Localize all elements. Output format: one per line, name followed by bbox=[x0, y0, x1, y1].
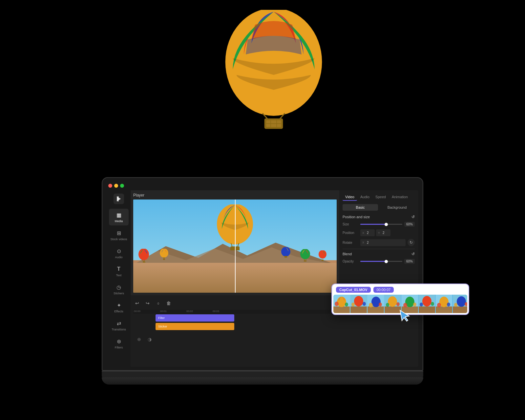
timeline-left-controls: ⊕ ◑ bbox=[133, 314, 156, 364]
svg-rect-63 bbox=[436, 306, 452, 313]
track-sticker[interactable]: Sticker bbox=[156, 323, 234, 330]
laptop-screen: ▦ Media ⊞ Stock videos ⊙ Audio T Text bbox=[102, 177, 423, 371]
sidebar-item-filters[interactable]: ⊛ Filters bbox=[109, 335, 129, 352]
svg-rect-23 bbox=[163, 259, 165, 260]
sidebar-label-audio: Audio bbox=[115, 256, 122, 259]
sidebar-item-effects[interactable]: ✦ Effects bbox=[109, 299, 129, 316]
undo-button[interactable]: ↩ bbox=[133, 299, 141, 307]
split-button[interactable]: ⌽ bbox=[154, 299, 162, 307]
position-row: Position X Y bbox=[343, 229, 415, 236]
opacity-row: Opacity 60% bbox=[343, 259, 415, 264]
filmstrip-frame-3 bbox=[368, 295, 384, 313]
size-slider[interactable] bbox=[360, 224, 402, 225]
divider-1 bbox=[343, 249, 415, 249]
timeline-track-area: Filter Sticker bbox=[156, 314, 415, 364]
properties-panel: Video Audio Speed Animation Basic Backgr… bbox=[339, 190, 418, 295]
svg-point-40 bbox=[351, 303, 355, 306]
player-video bbox=[133, 200, 337, 293]
svg-point-60 bbox=[420, 303, 423, 306]
rotate-button[interactable]: ↻ bbox=[408, 239, 415, 246]
svg-point-36 bbox=[345, 303, 348, 306]
sidebar-label-effects: Effects bbox=[114, 310, 123, 313]
track-filter[interactable]: Filter bbox=[156, 314, 234, 322]
opacity-slider-fill bbox=[360, 261, 386, 262]
size-row: Size 60% bbox=[343, 222, 415, 227]
transitions-icon: ⇄ bbox=[115, 320, 122, 327]
svg-point-70 bbox=[454, 303, 457, 307]
filmstrip-frame-2 bbox=[350, 295, 367, 313]
playhead[interactable] bbox=[235, 200, 236, 293]
sidebar-item-media[interactable]: ▦ Media bbox=[109, 209, 129, 225]
sidebar-label-media: Media bbox=[115, 220, 123, 223]
position-size-title: Position and size ↺ bbox=[343, 215, 415, 219]
properties-subtabs: Basic Background bbox=[343, 204, 415, 211]
svg-rect-68 bbox=[453, 306, 467, 313]
sidebar-label-stock-videos: Stock videos bbox=[110, 238, 127, 241]
player-section: Player bbox=[131, 190, 339, 295]
svg-point-24 bbox=[300, 249, 310, 259]
text-icon: T bbox=[115, 265, 122, 273]
timeline-add-media[interactable]: ⊕ bbox=[135, 335, 144, 344]
filmstrip-frame-1 bbox=[333, 295, 350, 313]
timeline-layer[interactable]: ◑ bbox=[145, 335, 154, 344]
tab-audio[interactable]: Audio bbox=[358, 194, 372, 201]
rotate-x-group: X bbox=[360, 239, 406, 246]
redo-button[interactable]: ↪ bbox=[144, 299, 152, 307]
svg-point-34 bbox=[337, 297, 346, 307]
svg-point-49 bbox=[388, 296, 397, 307]
blend-title: Blend ↺ bbox=[343, 252, 415, 256]
svg-rect-38 bbox=[350, 306, 367, 313]
position-x-input[interactable] bbox=[365, 230, 373, 236]
svg-point-59 bbox=[422, 296, 431, 306]
sidebar-item-stickers[interactable]: ◷ Stickers bbox=[109, 281, 129, 298]
svg-point-55 bbox=[403, 303, 407, 307]
position-size-reset[interactable]: ↺ bbox=[411, 215, 415, 219]
rotate-row: Rotate X ↻ bbox=[343, 239, 415, 246]
minimize-button[interactable] bbox=[114, 184, 118, 188]
filters-icon: ⊛ bbox=[115, 338, 122, 345]
media-icon: ▦ bbox=[115, 211, 122, 219]
subtab-background[interactable]: Background bbox=[379, 204, 415, 211]
sidebar-item-stock-videos[interactable]: ⊞ Stock videos bbox=[109, 227, 129, 243]
svg-rect-19 bbox=[143, 262, 145, 262]
subtab-basic[interactable]: Basic bbox=[343, 204, 378, 211]
sidebar-item-transitions[interactable]: ⇄ Transitions bbox=[109, 317, 129, 334]
tab-video[interactable]: Video bbox=[343, 194, 357, 201]
svg-rect-58 bbox=[419, 306, 435, 313]
sidebar-item-text[interactable]: T Text bbox=[109, 263, 129, 280]
sidebar-item-audio[interactable]: ⊙ Audio bbox=[109, 245, 129, 262]
svg-rect-33 bbox=[333, 306, 350, 313]
svg-point-35 bbox=[335, 302, 339, 306]
svg-rect-27 bbox=[304, 261, 306, 262]
svg-rect-31 bbox=[284, 256, 287, 258]
timestamp-2: 00:02 bbox=[186, 310, 193, 313]
laptop-base bbox=[102, 377, 423, 385]
svg-point-45 bbox=[369, 303, 373, 307]
svg-point-65 bbox=[437, 303, 441, 307]
sidebar-label-text: Text bbox=[116, 274, 122, 277]
app-container: ▦ Media ⊞ Stock videos ⊙ Audio T Text bbox=[107, 190, 418, 367]
small-balloon-2 bbox=[159, 249, 169, 259]
delete-button[interactable]: 🗑 bbox=[165, 299, 173, 307]
maximize-button[interactable] bbox=[120, 184, 124, 188]
blend-reset[interactable]: ↺ bbox=[411, 252, 415, 256]
svg-point-41 bbox=[363, 302, 366, 306]
main-content: Player bbox=[131, 190, 418, 367]
size-slider-fill bbox=[360, 224, 386, 225]
sidebar-label-filters: Filters bbox=[115, 346, 123, 349]
filmstrip-frame-7 bbox=[436, 295, 452, 313]
rotate-x-input[interactable] bbox=[365, 240, 404, 245]
timestamp-0: 00:00 bbox=[134, 310, 140, 313]
close-button[interactable] bbox=[108, 184, 112, 188]
tab-animation[interactable]: Animation bbox=[389, 194, 410, 201]
sidebar: ▦ Media ⊞ Stock videos ⊙ Audio T Text bbox=[107, 190, 131, 367]
position-y-input[interactable] bbox=[381, 230, 388, 236]
tab-speed[interactable]: Speed bbox=[373, 194, 388, 201]
opacity-slider[interactable] bbox=[360, 261, 402, 262]
timeline-main: ⊕ ◑ Filter Sticker bbox=[133, 314, 415, 364]
svg-point-28 bbox=[319, 250, 326, 259]
svg-point-69 bbox=[457, 296, 466, 307]
player-title: Player bbox=[133, 193, 337, 198]
properties-tabs: Video Audio Speed Animation bbox=[343, 194, 415, 201]
sidebar-label-stickers: Stickers bbox=[114, 292, 124, 295]
